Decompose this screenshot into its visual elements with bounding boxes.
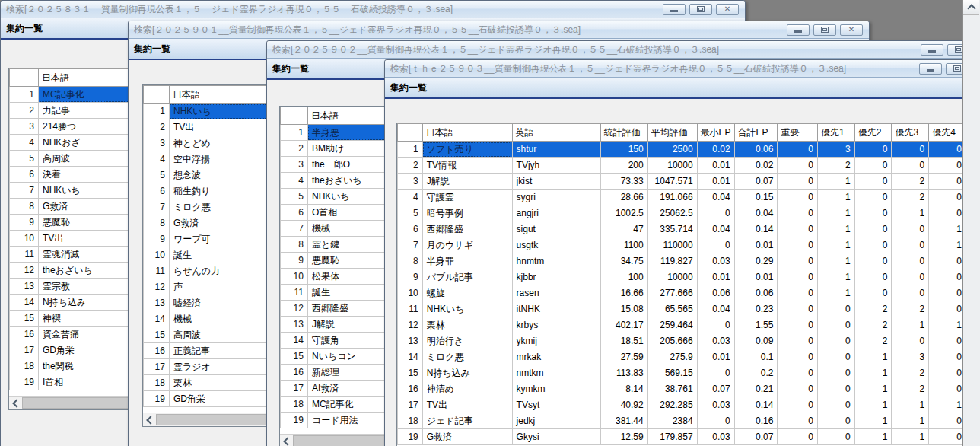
cell[interactable]: 0	[929, 429, 966, 445]
cell[interactable]: 0.14	[734, 221, 778, 237]
column-header[interactable]: 英語	[512, 124, 600, 142]
cell[interactable]: 2	[854, 317, 892, 333]
cell[interactable]: 0.02	[734, 158, 778, 174]
cell[interactable]: 0.03	[697, 397, 734, 413]
cell[interactable]: 2	[854, 301, 892, 317]
column-header[interactable]: 優先3	[892, 124, 929, 142]
cell[interactable]: 0	[817, 317, 854, 333]
table-row[interactable]: 12栗林krbys402.17259.46401.5500211	[398, 317, 966, 333]
cell[interactable]: 205.666	[648, 333, 697, 349]
row-number-cell[interactable]: 3	[398, 174, 423, 190]
cell[interactable]: 0	[929, 174, 966, 190]
cell[interactable]: 402.17	[600, 317, 648, 333]
cell[interactable]: 神清め	[422, 381, 512, 397]
table-row[interactable]: 4守護霊sygri28.66191.0660.040.1501020	[398, 190, 966, 205]
cell[interactable]: 0	[778, 365, 817, 381]
cell[interactable]: 27.59	[600, 349, 648, 365]
table-row[interactable]: 18ジェド記事jedkj381.44238400.1600110	[398, 413, 966, 429]
cell[interactable]: 0	[697, 237, 734, 253]
cell[interactable]: hnmtm	[512, 253, 600, 269]
row-number-cell[interactable]: 5	[398, 205, 423, 221]
row-number-cell[interactable]: 4	[281, 173, 308, 189]
cell[interactable]: 0	[778, 190, 817, 205]
cell[interactable]: 0	[929, 413, 966, 429]
table-row[interactable]: 6西郷隆盛sigut47335.7140.040.1401001	[398, 221, 966, 237]
window-titlebar[interactable]: 検索[２０２５９０１__質量制御再現公表１，５__ジェド霊界ラジオ再現０，５５_…	[129, 21, 869, 39]
cell[interactable]: 0	[854, 142, 892, 158]
row-number-cell[interactable]: 5	[281, 189, 308, 205]
cell[interactable]: 28.66	[600, 190, 648, 205]
cell[interactable]: 0	[892, 333, 929, 349]
cell[interactable]: 1	[854, 397, 892, 413]
row-number-cell[interactable]: 13	[144, 295, 170, 311]
row-number-cell[interactable]: 12	[144, 279, 170, 295]
cell[interactable]: J解説	[422, 174, 512, 190]
row-number-cell[interactable]: 8	[144, 215, 170, 231]
cell[interactable]: 10000	[648, 269, 697, 285]
cell[interactable]: 0.01	[697, 349, 734, 365]
cell[interactable]: 0	[778, 269, 817, 285]
cell[interactable]: 0	[817, 413, 854, 429]
cell[interactable]: 0.29	[734, 253, 778, 269]
cell[interactable]: angjri	[512, 205, 600, 221]
table-row[interactable]: 19G救済Gkysi12.59179.8570.030.0700110	[398, 429, 966, 445]
cell[interactable]: 0.04	[697, 221, 734, 237]
cell[interactable]: 0.16	[734, 413, 778, 429]
cell[interactable]: 0	[929, 158, 966, 174]
cell[interactable]: 0	[854, 190, 892, 205]
row-number-header[interactable]	[144, 86, 170, 104]
cell[interactable]: 1	[817, 190, 854, 205]
cell[interactable]: 0	[929, 269, 966, 285]
row-number-cell[interactable]: 14	[144, 311, 170, 327]
row-number-cell[interactable]: 6	[144, 183, 170, 199]
cell[interactable]: 10000	[648, 158, 697, 174]
cell[interactable]: 1	[854, 429, 892, 445]
cell[interactable]: TV情報	[422, 158, 512, 174]
cell[interactable]: 1	[929, 397, 966, 413]
minimize-button[interactable]	[921, 44, 943, 56]
cell[interactable]: 暗号事例	[422, 205, 512, 221]
table-row[interactable]: 8半身罪hnmtm34.75119.8270.030.2901000	[398, 253, 966, 269]
cell[interactable]: 0	[892, 237, 929, 253]
cell[interactable]: 292.285	[648, 397, 697, 413]
row-number-cell[interactable]: 13	[10, 279, 39, 295]
cell[interactable]: usgtk	[512, 237, 600, 253]
cell[interactable]: 150	[600, 142, 648, 158]
row-number-cell[interactable]: 7	[144, 199, 170, 215]
cell[interactable]: 73.33	[600, 174, 648, 190]
row-number-cell[interactable]: 17	[398, 397, 423, 413]
cell[interactable]: TV出	[422, 397, 512, 413]
cell[interactable]: mrkak	[512, 349, 600, 365]
row-number-cell[interactable]: 10	[10, 231, 39, 247]
cell[interactable]: 1002.5	[600, 205, 648, 221]
cell[interactable]: 明治行き	[422, 333, 512, 349]
cell[interactable]: nmtkm	[512, 365, 600, 381]
row-number-cell[interactable]: 11	[10, 247, 39, 263]
cell[interactable]: 0	[778, 253, 817, 269]
cell[interactable]: 200	[600, 158, 648, 174]
cell[interactable]: 1	[817, 205, 854, 221]
row-number-cell[interactable]: 1	[10, 87, 39, 103]
cell[interactable]: 0	[854, 285, 892, 301]
row-number-cell[interactable]: 9	[144, 231, 170, 247]
cell[interactable]: 0	[892, 142, 929, 158]
cell[interactable]: 0	[778, 413, 817, 429]
cell[interactable]: 0.04	[697, 190, 734, 205]
row-number-cell[interactable]: 5	[10, 151, 39, 167]
cell[interactable]: 0	[778, 158, 817, 174]
row-number-cell[interactable]: 7	[281, 221, 308, 237]
row-number-cell[interactable]: 12	[10, 263, 39, 279]
row-number-cell[interactable]: 18	[144, 375, 170, 391]
cell[interactable]: 179.857	[648, 429, 697, 445]
cell[interactable]: 381.44	[600, 413, 648, 429]
cell[interactable]: kymkm	[512, 381, 600, 397]
cell[interactable]: 3	[892, 349, 929, 365]
cell[interactable]: 2	[817, 158, 854, 174]
row-number-cell[interactable]: 11	[398, 301, 423, 317]
table-row[interactable]: 13明治行きykmij18.51205.6660.030.0900200	[398, 333, 966, 349]
cell[interactable]: jedkj	[512, 413, 600, 429]
cell[interactable]: 15.08	[600, 301, 648, 317]
cell[interactable]: 1.55	[734, 317, 778, 333]
cell[interactable]: 栗林	[422, 317, 512, 333]
cell[interactable]: 0	[854, 174, 892, 190]
